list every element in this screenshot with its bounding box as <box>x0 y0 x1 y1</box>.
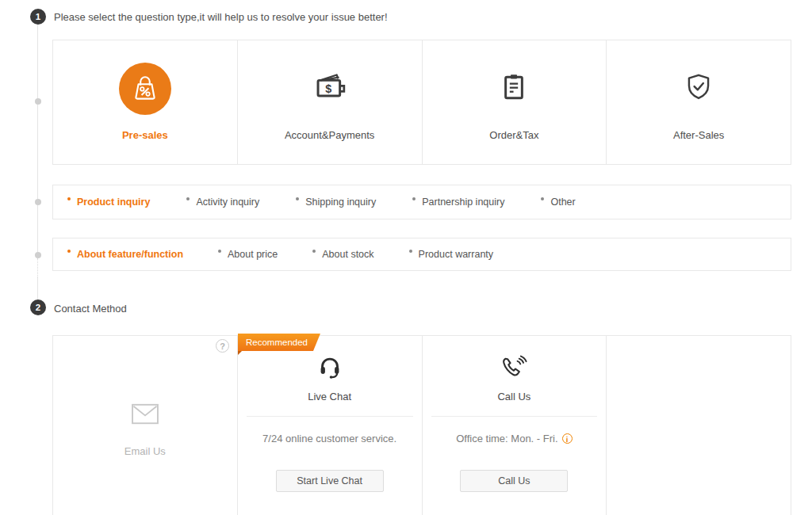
subtopic-label: About feature/function <box>77 249 183 260</box>
bullet-icon <box>67 197 71 200</box>
timeline-dot <box>35 252 41 258</box>
shield-check-icon <box>680 69 717 109</box>
timeline-dot <box>35 199 41 205</box>
inquiry-label: Other <box>550 196 575 208</box>
contact-method-cards: Email Us Live Chat 7/24 online customer … <box>52 335 791 515</box>
inquiry-partnership[interactable]: Partnership inquiry <box>412 196 504 208</box>
contact-method-live-chat[interactable]: Live Chat 7/24 online customer service. … <box>238 336 423 515</box>
step-1-title: Please select the question type,it will … <box>54 11 388 23</box>
help-question-icon[interactable]: ? <box>216 339 229 353</box>
customer-support-page: 1 Please select the question type,it wil… <box>0 0 812 515</box>
bullet-icon <box>409 250 412 253</box>
subtopic-feature-function[interactable]: About feature/function <box>67 249 183 260</box>
wallet-dollar-icon: $ <box>312 69 348 109</box>
inquiry-subtopic-row: About feature/function About price About… <box>52 238 791 271</box>
category-card-pre-sales[interactable]: Pre-sales <box>53 40 238 164</box>
inquiry-product[interactable]: Product inquiry <box>67 196 150 208</box>
contact-method-label: Live Chat <box>308 391 351 402</box>
category-label: Pre-sales <box>122 129 168 141</box>
category-label: Account&Payments <box>285 129 374 141</box>
inquiry-shipping[interactable]: Shipping inquiry <box>296 196 376 208</box>
start-live-chat-button[interactable]: Start Live Chat <box>276 470 384 492</box>
info-icon[interactable]: i <box>562 433 573 444</box>
category-card-account-payments[interactable]: $ Account&Payments <box>238 40 423 164</box>
headset-icon <box>315 353 345 386</box>
timeline-line <box>37 277 38 299</box>
subtopic-price[interactable]: About price <box>218 249 278 260</box>
contact-method-call[interactable]: Call Us Office time: Mon. - Fri. i Call … <box>423 336 607 515</box>
timeline-line <box>37 25 38 257</box>
bullet-icon <box>312 250 316 253</box>
inquiry-type-row: Product inquiry Activity inquiry Shippin… <box>52 185 791 219</box>
category-label: After-Sales <box>673 129 724 141</box>
category-card-order-tax[interactable]: Order&Tax <box>423 40 607 164</box>
subtopic-label: About price <box>228 249 278 260</box>
phone-waves-icon <box>499 353 529 386</box>
timeline-dot <box>35 98 41 105</box>
contact-method-label: Email Us <box>124 445 166 457</box>
step-1-badge: 1 <box>30 9 46 25</box>
bullet-icon <box>541 197 544 200</box>
contact-method-label: Call Us <box>497 391 530 402</box>
inquiry-other[interactable]: Other <box>541 196 575 208</box>
category-card-after-sales[interactable]: After-Sales <box>607 40 791 164</box>
office-time-text: Office time: Mon. - Fri. i <box>456 433 572 444</box>
bullet-icon <box>218 250 221 253</box>
recommended-badge-fold <box>238 351 242 355</box>
contact-method-email[interactable]: Email Us <box>53 336 238 515</box>
category-label: Order&Tax <box>489 129 538 141</box>
inquiry-label: Shipping inquiry <box>305 196 376 208</box>
subtopic-label: Product warranty <box>419 249 493 260</box>
subtopic-label: About stock <box>322 249 373 260</box>
step-2-title: Contact Method <box>54 303 127 315</box>
clipboard-icon <box>496 69 532 109</box>
shopping-bag-percent-icon <box>119 63 171 115</box>
svg-text:$: $ <box>325 82 331 95</box>
live-chat-description: 7/24 online customer service. <box>262 433 396 444</box>
call-us-button[interactable]: Call Us <box>460 470 568 492</box>
inquiry-activity[interactable]: Activity inquiry <box>186 196 259 208</box>
bullet-icon <box>412 197 416 200</box>
bullet-icon <box>67 250 71 253</box>
divider <box>431 416 598 417</box>
recommended-badge: Recommended <box>238 334 320 351</box>
subtopic-stock[interactable]: About stock <box>312 249 373 260</box>
contact-method-empty-cell <box>607 336 791 515</box>
live-chat-description-text: 7/24 online customer service. <box>262 433 396 444</box>
divider <box>247 416 413 417</box>
bullet-icon <box>186 197 190 200</box>
bullet-icon <box>296 197 299 200</box>
question-type-cards: Pre-sales $ Account&Payments <box>52 40 791 165</box>
inquiry-label: Partnership inquiry <box>422 196 504 208</box>
subtopic-warranty[interactable]: Product warranty <box>409 249 493 260</box>
timeline-line-dotted <box>37 258 38 277</box>
step-2-badge: 2 <box>30 299 46 315</box>
inquiry-label: Activity inquiry <box>196 196 259 208</box>
inquiry-label: Product inquiry <box>77 196 150 208</box>
office-time-label: Office time: Mon. - Fri. <box>456 433 557 444</box>
envelope-icon <box>130 402 160 429</box>
